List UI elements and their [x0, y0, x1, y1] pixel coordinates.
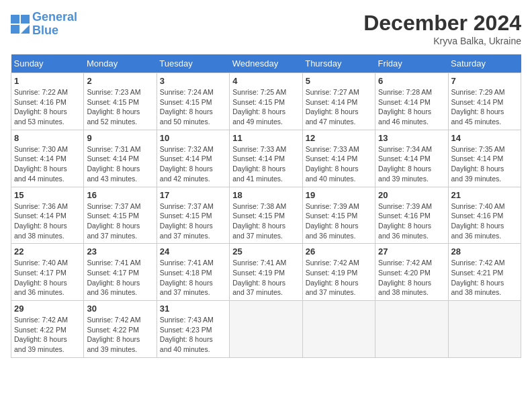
- calendar-cell: 12Sunrise: 7:33 AM Sunset: 4:14 PM Dayli…: [302, 130, 375, 187]
- calendar-cell: 23Sunrise: 7:41 AM Sunset: 4:17 PM Dayli…: [84, 244, 157, 301]
- day-info: Sunrise: 7:25 AM Sunset: 4:15 PM Dayligh…: [232, 87, 299, 127]
- day-number: 11: [232, 133, 299, 143]
- calendar-cell: 22Sunrise: 7:40 AM Sunset: 4:17 PM Dayli…: [11, 244, 84, 301]
- calendar-cell: 30Sunrise: 7:42 AM Sunset: 4:22 PM Dayli…: [84, 301, 157, 358]
- calendar-cell: 19Sunrise: 7:39 AM Sunset: 4:15 PM Dayli…: [302, 187, 375, 244]
- day-number: 24: [160, 246, 226, 257]
- calendar-cell: 17Sunrise: 7:37 AM Sunset: 4:15 PM Dayli…: [157, 187, 229, 244]
- svg-rect-1: [21, 15, 30, 24]
- calendar-cell: 18Sunrise: 7:38 AM Sunset: 4:15 PM Dayli…: [230, 187, 302, 244]
- calendar-cell: 4Sunrise: 7:25 AM Sunset: 4:15 PM Daylig…: [230, 73, 302, 130]
- day-info: Sunrise: 7:22 AM Sunset: 4:16 PM Dayligh…: [14, 87, 81, 127]
- day-info: Sunrise: 7:33 AM Sunset: 4:14 PM Dayligh…: [306, 144, 372, 184]
- calendar-cell: 25Sunrise: 7:41 AM Sunset: 4:19 PM Dayli…: [230, 244, 302, 301]
- day-number: 10: [160, 133, 226, 143]
- calendar-cell: 15Sunrise: 7:36 AM Sunset: 4:14 PM Dayli…: [11, 187, 84, 244]
- day-info: Sunrise: 7:35 AM Sunset: 4:14 PM Dayligh…: [451, 144, 518, 184]
- weekday-monday: Monday: [84, 54, 157, 73]
- calendar-cell: 7Sunrise: 7:29 AM Sunset: 4:14 PM Daylig…: [448, 73, 521, 130]
- day-info: Sunrise: 7:33 AM Sunset: 4:14 PM Dayligh…: [232, 144, 299, 184]
- day-info: Sunrise: 7:24 AM Sunset: 4:15 PM Dayligh…: [160, 87, 226, 127]
- day-info: Sunrise: 7:29 AM Sunset: 4:14 PM Dayligh…: [451, 87, 518, 127]
- day-number: 14: [451, 133, 518, 143]
- calendar-cell: 21Sunrise: 7:40 AM Sunset: 4:16 PM Dayli…: [448, 187, 521, 244]
- day-info: Sunrise: 7:41 AM Sunset: 4:17 PM Dayligh…: [87, 258, 153, 298]
- day-info: Sunrise: 7:40 AM Sunset: 4:17 PM Dayligh…: [14, 258, 81, 298]
- day-number: 27: [378, 246, 445, 257]
- day-number: 3: [160, 76, 226, 86]
- day-number: 19: [306, 190, 372, 200]
- day-info: Sunrise: 7:42 AM Sunset: 4:20 PM Dayligh…: [378, 258, 445, 298]
- calendar-cell: 5Sunrise: 7:27 AM Sunset: 4:14 PM Daylig…: [302, 73, 375, 130]
- calendar-cell: 16Sunrise: 7:37 AM Sunset: 4:15 PM Dayli…: [84, 187, 157, 244]
- calendar-cell: 13Sunrise: 7:34 AM Sunset: 4:14 PM Dayli…: [375, 130, 448, 187]
- day-info: Sunrise: 7:41 AM Sunset: 4:18 PM Dayligh…: [160, 258, 226, 298]
- location: Kryva Balka, Ukraine: [363, 36, 521, 46]
- day-number: 26: [306, 246, 372, 257]
- day-number: 9: [87, 133, 153, 143]
- calendar-cell: 11Sunrise: 7:33 AM Sunset: 4:14 PM Dayli…: [230, 130, 302, 187]
- day-info: Sunrise: 7:34 AM Sunset: 4:14 PM Dayligh…: [378, 144, 445, 184]
- day-info: Sunrise: 7:37 AM Sunset: 4:15 PM Dayligh…: [87, 201, 153, 241]
- day-info: Sunrise: 7:31 AM Sunset: 4:14 PM Dayligh…: [87, 144, 153, 184]
- day-info: Sunrise: 7:42 AM Sunset: 4:19 PM Dayligh…: [306, 258, 372, 298]
- calendar-cell: [375, 301, 448, 358]
- day-info: Sunrise: 7:27 AM Sunset: 4:14 PM Dayligh…: [306, 87, 372, 127]
- day-info: Sunrise: 7:39 AM Sunset: 4:16 PM Dayligh…: [378, 201, 445, 241]
- calendar-cell: 14Sunrise: 7:35 AM Sunset: 4:14 PM Dayli…: [448, 130, 521, 187]
- day-number: 22: [14, 246, 81, 257]
- day-number: 31: [160, 304, 226, 314]
- day-info: Sunrise: 7:42 AM Sunset: 4:21 PM Dayligh…: [451, 258, 518, 298]
- calendar-cell: [230, 301, 302, 358]
- day-number: 6: [378, 76, 445, 86]
- calendar-cell: 28Sunrise: 7:42 AM Sunset: 4:21 PM Dayli…: [448, 244, 521, 301]
- day-number: 4: [232, 76, 299, 86]
- weekday-saturday: Saturday: [448, 54, 521, 73]
- calendar-row: 22Sunrise: 7:40 AM Sunset: 4:17 PM Dayli…: [11, 244, 521, 301]
- day-number: 8: [14, 133, 81, 143]
- day-info: Sunrise: 7:30 AM Sunset: 4:14 PM Dayligh…: [14, 144, 81, 184]
- calendar-table: SundayMondayTuesdayWednesdayThursdayFrid…: [11, 54, 521, 358]
- month-title: December 2024: [363, 11, 521, 36]
- day-info: Sunrise: 7:40 AM Sunset: 4:16 PM Dayligh…: [451, 201, 518, 241]
- svg-rect-0: [11, 15, 19, 24]
- day-info: Sunrise: 7:23 AM Sunset: 4:15 PM Dayligh…: [87, 87, 153, 127]
- day-number: 16: [87, 190, 153, 200]
- logo-icon: [11, 15, 30, 34]
- day-info: Sunrise: 7:42 AM Sunset: 4:22 PM Dayligh…: [87, 315, 153, 355]
- day-info: Sunrise: 7:38 AM Sunset: 4:15 PM Dayligh…: [232, 201, 299, 241]
- day-number: 30: [87, 304, 153, 314]
- calendar-cell: 24Sunrise: 7:41 AM Sunset: 4:18 PM Dayli…: [157, 244, 229, 301]
- weekday-tuesday: Tuesday: [157, 54, 229, 73]
- weekday-sunday: Sunday: [11, 54, 84, 73]
- day-number: 28: [451, 246, 518, 257]
- day-info: Sunrise: 7:32 AM Sunset: 4:14 PM Dayligh…: [160, 144, 226, 184]
- title-block: December 2024 Kryva Balka, Ukraine: [363, 11, 521, 46]
- calendar-cell: 6Sunrise: 7:28 AM Sunset: 4:14 PM Daylig…: [375, 73, 448, 130]
- calendar-cell: 9Sunrise: 7:31 AM Sunset: 4:14 PM Daylig…: [84, 130, 157, 187]
- calendar-cell: 29Sunrise: 7:42 AM Sunset: 4:22 PM Dayli…: [11, 301, 84, 358]
- calendar-cell: 8Sunrise: 7:30 AM Sunset: 4:14 PM Daylig…: [11, 130, 84, 187]
- calendar-cell: 10Sunrise: 7:32 AM Sunset: 4:14 PM Dayli…: [157, 130, 229, 187]
- weekday-thursday: Thursday: [302, 54, 375, 73]
- svg-rect-2: [11, 25, 19, 34]
- day-number: 7: [451, 76, 518, 86]
- weekday-friday: Friday: [375, 54, 448, 73]
- weekday-wednesday: Wednesday: [230, 54, 302, 73]
- calendar-cell: 1Sunrise: 7:22 AM Sunset: 4:16 PM Daylig…: [11, 73, 84, 130]
- day-number: 29: [14, 304, 81, 314]
- calendar-cell: 27Sunrise: 7:42 AM Sunset: 4:20 PM Dayli…: [375, 244, 448, 301]
- day-number: 21: [451, 190, 518, 200]
- calendar-cell: 20Sunrise: 7:39 AM Sunset: 4:16 PM Dayli…: [375, 187, 448, 244]
- day-info: Sunrise: 7:39 AM Sunset: 4:15 PM Dayligh…: [306, 201, 372, 241]
- day-info: Sunrise: 7:36 AM Sunset: 4:14 PM Dayligh…: [14, 201, 81, 241]
- day-number: 18: [232, 190, 299, 200]
- day-number: 23: [87, 246, 153, 257]
- calendar-cell: [448, 301, 521, 358]
- weekday-header-row: SundayMondayTuesdayWednesdayThursdayFrid…: [11, 54, 521, 73]
- calendar-row: 1Sunrise: 7:22 AM Sunset: 4:16 PM Daylig…: [11, 73, 521, 130]
- day-number: 15: [14, 190, 81, 200]
- calendar-row: 8Sunrise: 7:30 AM Sunset: 4:14 PM Daylig…: [11, 130, 521, 187]
- calendar-cell: 3Sunrise: 7:24 AM Sunset: 4:15 PM Daylig…: [157, 73, 229, 130]
- calendar-row: 15Sunrise: 7:36 AM Sunset: 4:14 PM Dayli…: [11, 187, 521, 244]
